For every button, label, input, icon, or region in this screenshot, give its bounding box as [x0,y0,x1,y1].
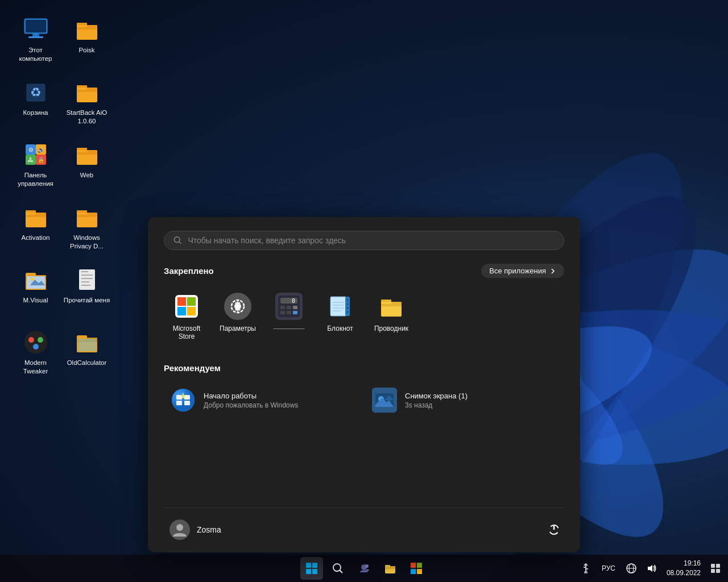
pinned-app-explorer[interactable]: Проводник [369,287,414,346]
svg-point-94 [346,303,349,305]
startback-label: StartBack AiO 1.0.60 [63,109,111,126]
pinned-apps-grid: Microsoft Store Параметры [164,287,564,346]
svg-text:♻: ♻ [30,85,42,99]
desktop-icon-recycle[interactable]: ♻ Корзина [11,74,60,136]
svg-point-120 [333,564,341,571]
svg-rect-128 [417,563,422,568]
search-input[interactable] [188,236,555,245]
notification-icon [710,563,721,573]
svg-rect-81 [287,306,291,309]
desktop-icon-mvisual[interactable]: M.Visual [11,261,60,324]
desktop-icon-readme[interactable]: Прочитай меня [63,261,111,324]
start-button[interactable] [300,557,323,580]
all-apps-label: Все приложения [489,267,546,275]
svg-rect-20 [77,23,87,25]
svg-point-60 [28,337,34,343]
volume-button[interactable] [644,557,660,580]
clock[interactable]: 19:16 08.09.2022 [664,559,703,578]
taskbar-folder-icon [384,562,396,575]
desktop-icon-control-panel[interactable]: ⚙ 🔊 🖧 🔒 Панель управления [11,136,60,199]
taskbar-store-button[interactable] [405,557,428,580]
svg-rect-105 [176,401,182,405]
language-label: РУС [602,564,615,572]
desktop-icon-web[interactable]: Web [63,136,111,199]
svg-point-67 [174,237,180,243]
svg-rect-130 [417,569,422,574]
pinned-app-ms-store[interactable]: Microsoft Store [164,287,209,346]
svg-rect-15 [26,20,46,32]
svg-rect-116 [306,563,311,568]
notepad-icon [326,293,354,320]
modern-tweaker-label: Modern Tweaker [11,359,60,376]
search-bar[interactable] [164,231,564,250]
svg-point-113 [176,524,183,531]
activation-label: Activation [22,234,50,242]
taskbar-search-icon [332,563,344,574]
modern-tweaker-icon [22,329,49,356]
svg-point-62 [33,344,39,350]
taskbar-file-explorer-button[interactable] [379,557,402,580]
network-button[interactable] [623,557,639,580]
svg-rect-119 [312,569,317,574]
desktop-icon-modern-tweaker[interactable]: Modern Tweaker [11,324,60,386]
control-panel-label: Панель управления [11,171,60,188]
power-button[interactable] [544,519,564,540]
svg-point-59 [24,331,47,354]
svg-point-61 [38,337,43,343]
desktop-icon-old-calculator[interactable]: OldCalculator [63,324,111,386]
desktop-icon-this-pc[interactable]: Этот компьютер [11,11,60,74]
pinned-app-notepad[interactable]: Блокнот [317,287,363,346]
user-profile[interactable]: Zosma [164,516,227,543]
svg-rect-86 [330,297,346,316]
svg-point-93 [346,299,349,301]
settings-icon [224,293,251,320]
all-apps-button[interactable]: Все приложения [481,264,564,278]
pinned-app-settings[interactable]: Параметры [215,287,260,346]
usb-icon[interactable] [578,557,594,580]
user-name: Zosma [197,525,221,534]
svg-rect-83 [280,311,285,314]
recommended-section: Рекомендуем [164,363,564,418]
svg-rect-84 [287,311,291,314]
readme-icon [73,266,101,293]
recommended-title: Рекомендуем [164,363,221,373]
svg-point-96 [346,311,349,313]
desktop-icons-container: Этот компьютер Poisk ♻ Корзина [11,11,114,449]
pinned-section-header: Закреплено Все приложения [164,264,564,278]
svg-rect-140 [716,564,720,568]
pinned-app-calculator[interactable]: 0 ————— [266,287,312,346]
get-started-subtitle: Добро пожаловать в Windows [204,401,298,409]
notepad-label: Блокнот [327,325,353,332]
svg-text:🔒: 🔒 [38,156,45,164]
mvisual-label: M.Visual [23,296,48,305]
svg-rect-142 [716,569,720,573]
get-started-title: Начало работы [204,392,298,400]
this-pc-label: Этот компьютер [11,46,60,63]
mvisual-icon [22,266,49,293]
svg-rect-53 [79,269,95,290]
screenshot-title: Снимок экрана (1) [405,392,468,400]
windows-privacy-icon [73,203,101,231]
screenshot-icon [372,388,397,413]
taskbar-chat-button[interactable] [353,557,375,580]
recommended-item-get-started[interactable]: Начало работы Добро пожаловать в Windows [164,382,363,418]
get-started-text: Начало работы Добро пожаловать в Windows [204,392,298,409]
svg-rect-42 [26,210,36,213]
desktop-icon-windows-privacy[interactable]: Windows Privacy D... [63,199,111,261]
svg-text:🔊: 🔊 [38,146,45,153]
web-icon [73,141,101,168]
notification-button[interactable] [708,557,723,580]
desktop-icon-poisk[interactable]: Poisk [63,11,111,74]
svg-rect-117 [312,563,317,568]
svg-point-123 [365,564,369,568]
desktop-icon-activation[interactable]: Activation [11,199,60,261]
language-button[interactable]: РУС [598,557,619,580]
old-calculator-icon [73,329,101,356]
recommended-item-screenshot[interactable]: Снимок экрана (1) 3s назад [365,382,564,418]
explorer-icon [378,293,405,320]
desktop-icon-startback[interactable]: StartBack AiO 1.0.60 [63,74,111,136]
svg-rect-127 [411,563,416,568]
recommended-header: Рекомендуем [164,363,564,373]
taskbar-search-button[interactable] [326,557,349,580]
calculator-icon: 0 [275,293,303,320]
